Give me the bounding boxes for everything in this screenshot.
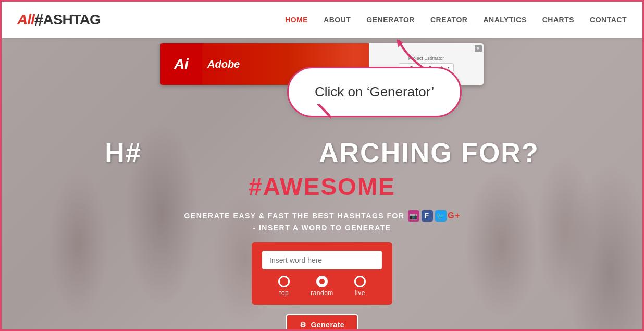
instagram-icon: 📷 bbox=[408, 210, 419, 222]
googleplus-icon: G+ bbox=[449, 210, 460, 222]
nav-contact[interactable]: CONTACT bbox=[590, 16, 627, 24]
nav-charts[interactable]: CHARTS bbox=[542, 16, 574, 24]
ad-logo-area: Ai bbox=[160, 43, 202, 85]
radio-live-label: live bbox=[355, 289, 365, 297]
ad-right-panel[interactable]: Project Estimator ✒ Send for Signature bbox=[369, 43, 484, 85]
radio-top[interactable]: top bbox=[278, 276, 290, 297]
pen-icon: ✒ bbox=[403, 65, 407, 70]
nav-home[interactable]: HOME bbox=[285, 16, 308, 24]
radio-random[interactable]: random bbox=[311, 276, 333, 297]
radio-random-circle[interactable] bbox=[316, 276, 328, 287]
social-icons: 📷 f 🐦 G+ bbox=[408, 210, 460, 222]
facebook-icon: f bbox=[422, 210, 433, 222]
headline-part2: ARCHING FOR? bbox=[319, 138, 539, 168]
logo-all: All bbox=[17, 11, 34, 28]
generate-button[interactable]: ⚙ Generate bbox=[286, 314, 358, 331]
hero-content: H# __________ ARCHING FOR? #AWESOME GENE… bbox=[2, 137, 642, 331]
nav-analytics[interactable]: ANALYTICS bbox=[483, 16, 526, 24]
logo-hash: # bbox=[34, 10, 43, 30]
hero-desc1: GENERATE EASY & FAST THE BEST HASHTAGS F… bbox=[184, 210, 460, 222]
ad-close-button[interactable]: ✕ bbox=[475, 45, 482, 52]
ad-title: Project Estimator bbox=[408, 56, 444, 61]
adobe-logo-icon: Ai bbox=[168, 51, 194, 77]
logo-ashtag: ASHTAG bbox=[43, 11, 101, 28]
header: All # ASHTAG HOME ABOUT GENERATOR CREATO… bbox=[2, 2, 642, 38]
radio-random-label: random bbox=[311, 289, 333, 297]
hero-subhead: #AWESOME bbox=[249, 173, 395, 201]
nav-creator[interactable]: CREATOR bbox=[430, 16, 467, 24]
generate-button-label: Generate bbox=[311, 321, 344, 329]
ad-content: Adobe bbox=[202, 58, 369, 70]
main-nav: HOME ABOUT GENERATOR CREATOR ANALYTICS C… bbox=[285, 16, 627, 24]
logo[interactable]: All # ASHTAG bbox=[17, 10, 101, 30]
nav-about[interactable]: ABOUT bbox=[324, 16, 351, 24]
radio-top-circle[interactable] bbox=[278, 276, 290, 287]
headline-part1: H# bbox=[105, 138, 141, 168]
gear-icon: ⚙ bbox=[300, 321, 307, 329]
search-input[interactable] bbox=[262, 251, 382, 269]
radio-live-circle[interactable] bbox=[354, 276, 366, 287]
radio-top-label: top bbox=[279, 289, 289, 297]
hero-headline: H# __________ ARCHING FOR? bbox=[105, 137, 539, 168]
ad-banner: Ai Adobe Project Estimator ✒ Send for Si… bbox=[160, 43, 484, 85]
nav-generator[interactable]: GENERATOR bbox=[366, 16, 415, 24]
ad-send-button[interactable]: ✒ Send for Signature bbox=[399, 63, 453, 72]
search-box: top random live bbox=[252, 242, 392, 305]
radio-live[interactable]: live bbox=[354, 276, 366, 297]
hero-desc2: - INSERT A WORD TO GENERATE bbox=[253, 224, 391, 232]
hero-section: Ai Adobe Project Estimator ✒ Send for Si… bbox=[2, 38, 642, 331]
twitter-icon: 🐦 bbox=[435, 210, 447, 222]
ad-brand-text: Adobe bbox=[207, 58, 240, 70]
radio-group: top random live bbox=[278, 276, 366, 297]
